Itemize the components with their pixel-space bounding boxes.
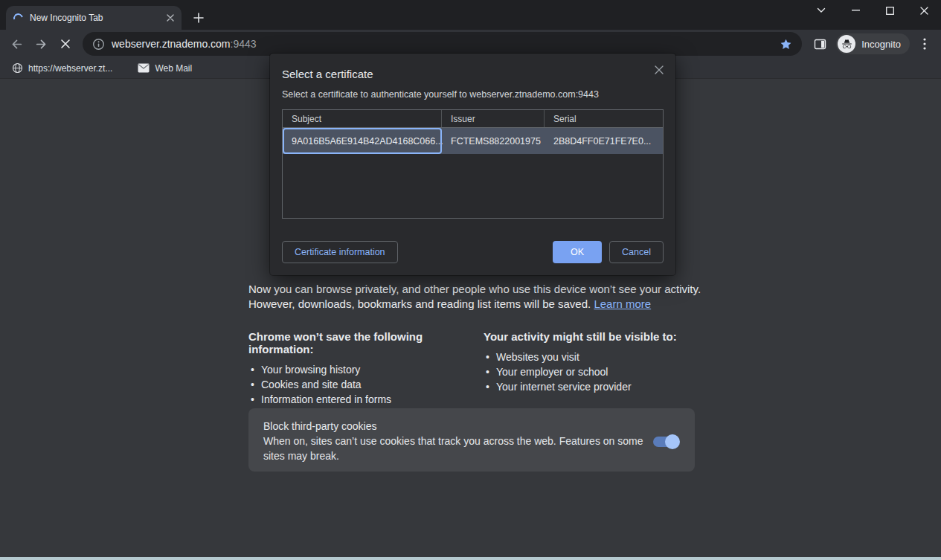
dialog-subtitle: Select a certificate to authenticate you…	[282, 89, 664, 100]
certificate-dialog: Select a certificate Select a certificat…	[270, 54, 675, 275]
window-chevron-icon[interactable]	[804, 0, 838, 21]
learn-more-link[interactable]: Learn more	[594, 297, 651, 310]
loading-spinner-icon	[12, 11, 25, 25]
tab-close-icon[interactable]	[164, 11, 177, 25]
window-controls	[804, 0, 941, 21]
visible-to-list: Websites you visit Your employer or scho…	[484, 350, 707, 394]
column-header-issuer: Issuer	[442, 110, 545, 127]
bookmark-webserver[interactable]: https://webserver.zt...	[9, 60, 115, 77]
bookmark-webmail[interactable]: Web Mail	[135, 60, 195, 77]
url-text: webserver.ztnademo.com:9443	[112, 38, 257, 50]
dialog-title: Select a certificate	[282, 68, 664, 80]
cert-subject-cell[interactable]: 9A016B5A6E914B42AD4168C066...	[283, 128, 442, 154]
list-item: Your employer or school	[484, 364, 707, 379]
incognito-label: Incognito	[861, 39, 901, 50]
certificate-table-header: Subject Issuer Serial	[283, 110, 663, 128]
incognito-profile-chip[interactable]: Incognito	[836, 33, 910, 54]
cookies-card-title: Block third-party cookies	[263, 419, 680, 434]
certificate-row-selected[interactable]: 9A016B5A6E914B42AD4168C066... FCTEMS8822…	[283, 128, 663, 154]
forward-icon[interactable]	[30, 33, 51, 54]
cert-issuer-cell: FCTEMS8822001975	[442, 128, 545, 154]
cert-serial-cell: 2B8D4FF0E71FE7E0...	[545, 128, 663, 154]
visible-to-section: Your activity might still be visible to:…	[484, 330, 707, 394]
ok-button[interactable]: OK	[553, 241, 602, 263]
tab-strip: New Incognito Tab	[0, 0, 941, 30]
list-item: Information entered in forms	[248, 392, 472, 407]
dialog-close-icon[interactable]	[652, 62, 667, 77]
globe-icon	[12, 62, 23, 74]
list-item: Cookies and site data	[248, 377, 472, 392]
address-bar[interactable]: webserver.ztnademo.com:9443	[83, 32, 802, 56]
minimize-icon[interactable]	[838, 0, 873, 21]
certificate-information-button[interactable]: Certificate information	[282, 241, 398, 263]
bookmark-star-icon[interactable]	[778, 36, 793, 51]
incognito-avatar	[838, 35, 855, 53]
bookmark-label: Web Mail	[155, 63, 192, 74]
maximize-icon[interactable]	[873, 0, 907, 21]
stop-loading-icon[interactable]	[55, 33, 76, 54]
third-party-cookies-card: Block third-party cookies When on, sites…	[248, 408, 695, 472]
toggle-thumb	[665, 434, 680, 449]
tab-new-incognito[interactable]: New Incognito Tab	[6, 6, 182, 30]
incognito-intro: Now you can browse privately, and other …	[248, 282, 704, 312]
wont-save-section: Chrome won’t save the following informat…	[248, 330, 472, 407]
column-header-subject: Subject	[283, 110, 442, 127]
list-item: Websites you visit	[484, 350, 707, 364]
visible-to-heading: Your activity might still be visible to:	[484, 330, 707, 343]
url-host: webserver.ztnademo.com	[112, 38, 231, 50]
close-window-icon[interactable]	[907, 0, 941, 21]
column-header-serial: Serial	[545, 110, 663, 127]
mail-icon	[138, 63, 150, 73]
cookies-card-description: When on, sites can’t use cookies that tr…	[263, 434, 644, 463]
page-info-icon[interactable]	[91, 37, 105, 51]
cancel-button[interactable]: Cancel	[609, 241, 664, 263]
new-tab-button[interactable]	[189, 8, 208, 28]
browser-window: New Incognito Tab	[0, 0, 941, 560]
bookmark-label: https://webserver.zt...	[28, 63, 112, 74]
certificate-table: Subject Issuer Serial 9A016B5A6E914B42AD…	[282, 109, 664, 219]
list-item: Your internet service provider	[484, 379, 707, 394]
block-cookies-toggle[interactable]	[653, 437, 678, 447]
back-icon[interactable]	[6, 33, 27, 54]
list-item: Your browsing history	[248, 362, 472, 377]
side-panel-icon[interactable]	[809, 33, 830, 54]
url-port: :9443	[231, 38, 257, 50]
menu-dots-icon[interactable]	[914, 33, 935, 54]
window-bottom-edge	[0, 557, 941, 560]
dialog-buttons: Certificate information OK Cancel	[282, 241, 664, 263]
tab-title: New Incognito Tab	[30, 13, 164, 23]
wont-save-list: Your browsing history Cookies and site d…	[248, 362, 472, 407]
wont-save-heading: Chrome won’t save the following informat…	[248, 330, 472, 355]
